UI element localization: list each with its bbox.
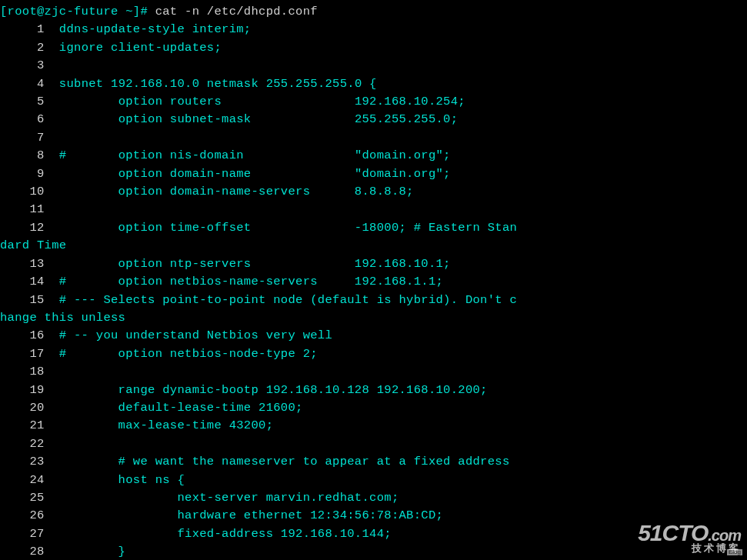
line-number: 17 <box>0 347 59 361</box>
line-number: 19 <box>0 383 59 397</box>
code-line: ddns-update-style interim; <box>59 22 252 36</box>
code-line: # --- Selects point-to-point node (defau… <box>59 293 517 307</box>
code-line: ignore client-updates; <box>59 41 222 55</box>
line-number: 20 <box>0 401 59 415</box>
code-line: range dynamic-bootp 192.168.10.128 192.1… <box>59 383 488 397</box>
line-number: 16 <box>0 328 59 342</box>
line-number: 6 <box>0 112 59 126</box>
code-line: hardware ethernet 12:34:56:78:AB:CD; <box>59 508 443 522</box>
code-line: option subnet-mask 255.255.255.0; <box>59 112 458 126</box>
code-line: # we want the nameserver to appear at a … <box>59 455 510 468</box>
code-line: option domain-name-servers 8.8.8.8; <box>59 185 414 198</box>
line-number: 18 <box>0 365 59 378</box>
code-line: option time-offset -18000; # Eastern Sta… <box>59 221 517 235</box>
wrap-line: dard Time <box>0 238 66 252</box>
prompt-1: [root@zjc-future ~]# <box>0 5 148 18</box>
code-line: subnet 192.168.10.0 netmask 255.255.255.… <box>59 77 377 91</box>
code-line: fixed-address 192.168.10.144; <box>59 527 392 541</box>
line-number: 26 <box>0 508 59 522</box>
code-line: max-lease-time 43200; <box>59 418 273 432</box>
code-line: # -- you understand Netbios very well <box>59 328 332 342</box>
wrap-line: hange this unless <box>0 311 125 325</box>
code-line: # option nis-domain "domain.org"; <box>59 148 451 162</box>
line-number: 15 <box>0 293 59 307</box>
code-line: option routers 192.168.10.254; <box>59 95 465 108</box>
code-line: host ns { <box>59 473 185 487</box>
line-number: 13 <box>0 257 59 271</box>
line-number: 10 <box>0 185 59 198</box>
line-number: 25 <box>0 491 59 505</box>
line-number: 22 <box>0 437 59 451</box>
line-number: 14 <box>0 275 59 288</box>
line-number: 28 <box>0 545 59 558</box>
terminal-output: [root@zjc-future ~]# cat -n /etc/dhcpd.c… <box>0 0 747 560</box>
code-line: } <box>59 545 125 558</box>
line-number: 4 <box>0 77 59 91</box>
line-number: 12 <box>0 221 59 235</box>
line-number: 27 <box>0 527 59 541</box>
line-number: 5 <box>0 95 59 108</box>
line-number: 3 <box>0 58 59 72</box>
line-number: 2 <box>0 41 59 55</box>
line-number: 9 <box>0 167 59 181</box>
code-line: option ntp-servers 192.168.10.1; <box>59 257 451 271</box>
line-number: 24 <box>0 473 59 487</box>
line-number: 1 <box>0 22 59 36</box>
line-number: 7 <box>0 131 59 145</box>
line-number: 21 <box>0 418 59 432</box>
code-line: default-lease-time 21600; <box>59 401 303 415</box>
command-text: cat -n /etc/dhcpd.conf <box>148 5 318 18</box>
code-line: next-server marvin.redhat.com; <box>59 491 399 505</box>
code-line: option domain-name "domain.org"; <box>59 167 451 181</box>
line-number: 8 <box>0 148 59 162</box>
line-number: 23 <box>0 455 59 468</box>
code-line: # option netbios-name-servers 192.168.1.… <box>59 275 443 288</box>
code-line: # option netbios-node-type 2; <box>59 347 318 361</box>
line-number: 11 <box>0 202 59 216</box>
